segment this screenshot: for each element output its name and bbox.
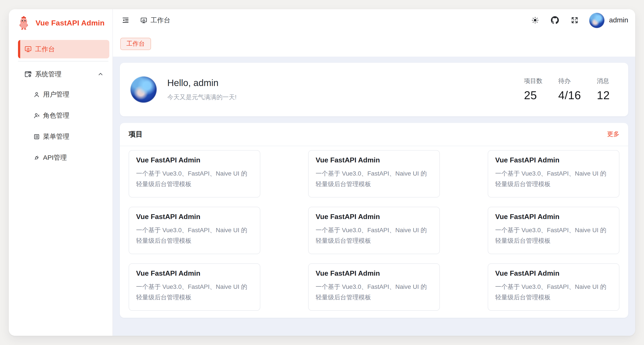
project-card[interactable]: Vue FastAPI Admin 一个基于 Vue3.0、FastAPI、Na… [128, 263, 260, 311]
more-link[interactable]: 更多 [607, 130, 620, 138]
sidebar-item-label: 菜单管理 [43, 132, 69, 141]
app-logo[interactable]: Vue FastAPI Admin [9, 9, 112, 37]
project-card-title: Vue FastAPI Admin [316, 270, 432, 278]
project-card[interactable]: Vue FastAPI Admin 一个基于 Vue3.0、FastAPI、Na… [308, 150, 440, 198]
chick-logo-icon [16, 15, 32, 31]
breadcrumb-label: 工作台 [150, 16, 170, 24]
sidebar-item-role-management[interactable]: 角色管理 [18, 106, 109, 125]
stat-value: 25 [524, 88, 542, 102]
breadcrumb-workbench[interactable]: 工作台 [140, 16, 170, 24]
main-area: 工作台 [113, 9, 635, 336]
project-card-desc: 一个基于 Vue3.0、FastAPI、Naive UI 的轻量级后台管理模板 [136, 225, 253, 246]
sidebar-item-api-management[interactable]: API管理 [18, 148, 109, 167]
project-card-title: Vue FastAPI Admin [136, 270, 253, 278]
project-card-title: Vue FastAPI Admin [495, 270, 612, 278]
stat-messages: 消息 12 [597, 77, 610, 102]
project-card-desc: 一个基于 Vue3.0、FastAPI、Naive UI 的轻量级后台管理模板 [495, 168, 612, 189]
page: Vue FastAPI Admin 工作台 [0, 0, 644, 345]
project-card-desc: 一个基于 Vue3.0、FastAPI、Naive UI 的轻量级后台管理模板 [136, 168, 253, 189]
workbench-monitor-icon [140, 16, 148, 24]
sidebar-item-label: 角色管理 [43, 111, 69, 120]
github-icon [551, 16, 559, 24]
expand-icon [571, 16, 579, 24]
project-card[interactable]: Vue FastAPI Admin 一个基于 Vue3.0、FastAPI、Na… [488, 207, 620, 254]
stats-group: 项目数 25 待办 4/16 消息 12 [524, 77, 610, 102]
tags-bar: 工作台 [113, 31, 635, 56]
github-link-button[interactable] [550, 15, 560, 26]
project-card[interactable]: Vue FastAPI Admin 一个基于 Vue3.0、FastAPI、Na… [488, 263, 620, 311]
sidebar-item-label: 系统管理 [35, 70, 62, 78]
project-card[interactable]: Vue FastAPI Admin 一个基于 Vue3.0、FastAPI、Na… [488, 150, 620, 198]
sidebar-submenu-system: 用户管理 角色管理 [18, 85, 109, 167]
stat-label: 消息 [597, 77, 610, 85]
system-settings-icon [24, 70, 32, 78]
project-card-desc: 一个基于 Vue3.0、FastAPI、Naive UI 的轻量级后台管理模板 [495, 281, 612, 302]
project-card-title: Vue FastAPI Admin [136, 213, 253, 221]
project-card-desc: 一个基于 Vue3.0、FastAPI、Naive UI 的轻量级后台管理模板 [316, 281, 432, 302]
app-window: Vue FastAPI Admin 工作台 [9, 9, 635, 336]
welcome-card: Hello, admin 今天又是元气满满的一天! 项目数 25 待办 4/16 [120, 63, 628, 116]
username: admin [609, 16, 628, 24]
header: 工作台 [113, 9, 635, 31]
project-card-title: Vue FastAPI Admin [495, 156, 612, 164]
sidebar: Vue FastAPI Admin 工作台 [9, 9, 113, 336]
stat-todos: 待办 4/16 [558, 77, 581, 102]
sun-icon [532, 16, 539, 24]
project-card-desc: 一个基于 Vue3.0、FastAPI、Naive UI 的轻量级后台管理模板 [316, 225, 432, 246]
sidebar-item-label: 用户管理 [43, 90, 69, 98]
user-icon [33, 91, 40, 98]
user-avatar [589, 12, 605, 28]
project-card-desc: 一个基于 Vue3.0、FastAPI、Naive UI 的轻量级后台管理模板 [136, 281, 253, 302]
sidebar-item-workbench[interactable]: 工作台 [18, 40, 109, 58]
role-icon [33, 112, 40, 119]
project-card-desc: 一个基于 Vue3.0、FastAPI、Naive UI 的轻量级后台管理模板 [316, 168, 432, 189]
project-card-desc: 一个基于 Vue3.0、FastAPI、Naive UI 的轻量级后台管理模板 [495, 225, 612, 246]
projects-grid: Vue FastAPI Admin 一个基于 Vue3.0、FastAPI、Na… [120, 146, 628, 318]
stat-label: 待办 [558, 77, 581, 85]
sidebar-menu: 工作台 系统管理 [9, 37, 112, 170]
greeting-text: Hello, admin [167, 78, 236, 88]
stat-value: 4/16 [558, 88, 581, 102]
menu-fold-icon [122, 16, 130, 24]
project-card-title: Vue FastAPI Admin [136, 156, 253, 164]
tag-label: 工作台 [126, 40, 145, 48]
project-card-title: Vue FastAPI Admin [316, 213, 432, 221]
sidebar-item-label: 工作台 [35, 45, 55, 53]
sidebar-item-label: API管理 [43, 154, 67, 162]
projects-title: 项目 [128, 130, 143, 139]
project-card[interactable]: Vue FastAPI Admin 一个基于 Vue3.0、FastAPI、Na… [308, 263, 440, 311]
projects-header: 项目 更多 [120, 123, 628, 146]
chevron-up-icon [97, 71, 104, 78]
welcome-avatar [130, 76, 157, 103]
project-card[interactable]: Vue FastAPI Admin 一个基于 Vue3.0、FastAPI、Na… [128, 207, 260, 254]
content-area: Hello, admin 今天又是元气满满的一天! 项目数 25 待办 4/16 [113, 56, 635, 336]
project-card[interactable]: Vue FastAPI Admin 一个基于 Vue3.0、FastAPI、Na… [308, 207, 440, 254]
workbench-monitor-icon [24, 45, 32, 53]
menu-divider [18, 61, 108, 62]
project-card-title: Vue FastAPI Admin [495, 213, 612, 221]
sidebar-item-user-management[interactable]: 用户管理 [18, 85, 109, 104]
app-title: Vue FastAPI Admin [36, 19, 105, 28]
project-card-title: Vue FastAPI Admin [316, 156, 432, 164]
stat-value: 12 [597, 88, 610, 102]
stat-label: 项目数 [524, 77, 542, 85]
tag-workbench[interactable]: 工作台 [120, 38, 151, 50]
menu-list-icon [33, 133, 40, 140]
stat-projects: 项目数 25 [524, 77, 542, 102]
sidebar-item-menu-management[interactable]: 菜单管理 [18, 127, 109, 146]
fullscreen-button[interactable] [570, 15, 580, 26]
theme-toggle-button[interactable] [530, 15, 540, 26]
sidebar-collapse-button[interactable] [120, 15, 131, 26]
user-menu[interactable]: admin [589, 12, 628, 28]
projects-card: 项目 更多 Vue FastAPI Admin 一个基于 Vue3.0、Fast… [120, 123, 628, 318]
api-plug-icon [33, 154, 40, 161]
greeting-subtitle: 今天又是元气满满的一天! [167, 94, 236, 102]
sidebar-item-system-management[interactable]: 系统管理 [18, 65, 109, 84]
project-card[interactable]: Vue FastAPI Admin 一个基于 Vue3.0、FastAPI、Na… [128, 150, 260, 198]
